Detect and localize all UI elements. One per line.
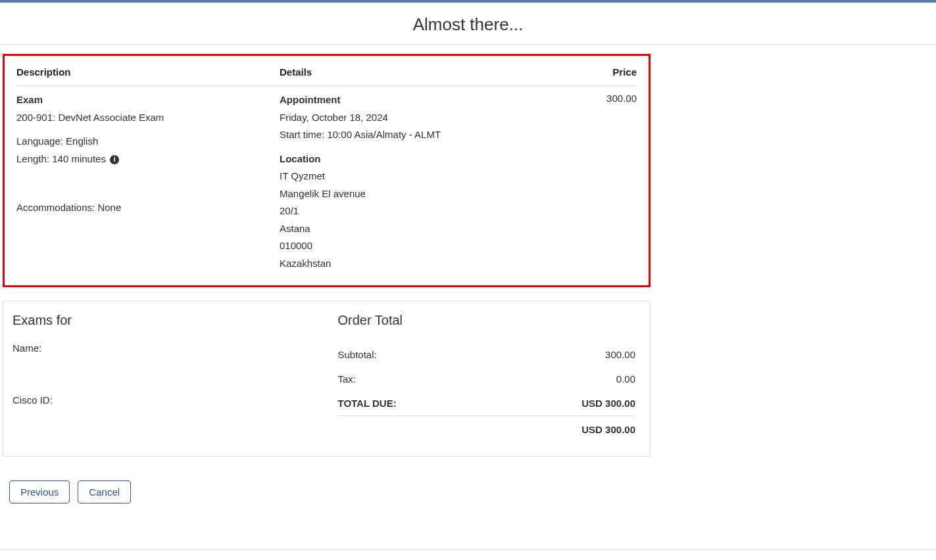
- main-content: Description Details Price Exam 200-901: …: [0, 45, 936, 503]
- subtotal-value: 300.00: [605, 349, 635, 360]
- page-title: Almost there...: [0, 14, 936, 35]
- exam-language: Language: English: [16, 134, 266, 149]
- exam-length-text: Length: 140 minutes: [16, 153, 106, 164]
- total-due-row: TOTAL DUE: USD 300.00: [338, 391, 636, 416]
- summary-body-row: Exam 200-901: DevNet Associate Exam Lang…: [16, 93, 637, 273]
- subtotal-row: Subtotal: 300.00: [338, 342, 636, 367]
- cisco-id-label: Cisco ID:: [12, 394, 310, 406]
- appointment-label: Appointment: [280, 93, 571, 108]
- exams-for-heading: Exams for: [12, 313, 310, 328]
- exams-for-panel: Exams for Name: Cisco ID:: [3, 301, 325, 456]
- description-cell: Exam 200-901: DevNet Associate Exam Lang…: [16, 93, 280, 273]
- total-due-value: USD 300.00: [581, 398, 635, 409]
- summary-header-row: Description Details Price: [16, 66, 637, 86]
- subtotal-label: Subtotal:: [338, 349, 377, 360]
- tax-label: Tax:: [338, 373, 357, 385]
- location-country: Kazakhstan: [280, 256, 571, 271]
- appointment-date: Friday, October 18, 2024: [280, 110, 571, 126]
- location-num: 20/1: [280, 204, 571, 219]
- previous-button[interactable]: Previous: [9, 480, 70, 503]
- cancel-button[interactable]: Cancel: [78, 480, 131, 503]
- exam-accommodations: Accommodations: None: [16, 200, 266, 216]
- exam-label: Exam: [16, 93, 266, 108]
- location-street: Mangelik El avenue: [280, 187, 571, 202]
- order-summary-box: Description Details Price Exam 200-901: …: [3, 54, 651, 287]
- appointment-start: Start time: 10:00 Asia/Almaty - ALMT: [280, 128, 571, 143]
- price-cell: 300.00: [571, 93, 637, 273]
- name-label: Name:: [12, 342, 310, 354]
- col-header-price: Price: [571, 66, 637, 78]
- grand-total-value: USD 300.00: [581, 424, 635, 435]
- tax-value: 0.00: [616, 373, 635, 385]
- total-due-label: TOTAL DUE:: [338, 398, 397, 409]
- tax-row: Tax: 0.00: [338, 367, 636, 391]
- col-header-description: Description: [16, 66, 280, 78]
- info-icon[interactable]: i: [110, 155, 119, 164]
- exam-name: 200-901: DevNet Associate Exam: [16, 110, 266, 126]
- location-zip: 010000: [280, 239, 571, 254]
- location-label: Location: [280, 152, 571, 167]
- col-header-details: Details: [280, 66, 571, 78]
- details-cell: Appointment Friday, October 18, 2024 Sta…: [280, 93, 571, 273]
- location-city: Astana: [280, 222, 571, 237]
- grand-total-row: USD 300.00: [338, 416, 636, 442]
- info-panels: Exams for Name: Cisco ID: Order Total Su…: [3, 300, 651, 457]
- location-name: IT Qyzmet: [280, 169, 571, 184]
- footer-bar: I acknowledge that I have read and agree…: [0, 549, 936, 560]
- exam-length: Length: 140 minutes i: [16, 152, 266, 167]
- order-total-panel: Order Total Subtotal: 300.00 Tax: 0.00 T…: [325, 301, 651, 456]
- nav-buttons: Previous Cancel: [9, 480, 936, 503]
- page-header: Almost there...: [0, 3, 936, 45]
- order-total-heading: Order Total: [338, 313, 636, 328]
